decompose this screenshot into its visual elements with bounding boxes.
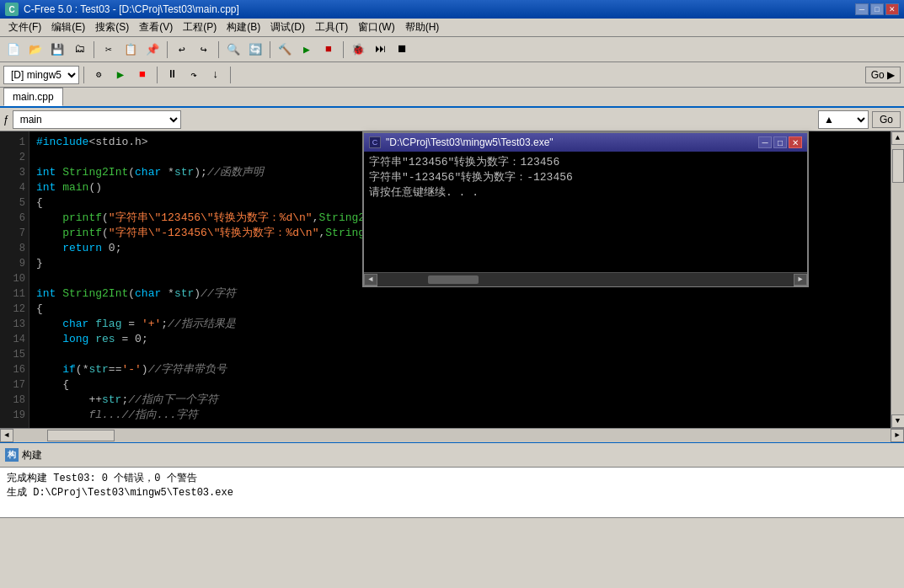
step-into-btn[interactable]: ↓	[206, 65, 226, 85]
open-button[interactable]: 📂	[25, 40, 45, 60]
function-select[interactable]: main	[13, 110, 181, 129]
step-over-btn[interactable]: ↷	[184, 65, 204, 85]
tab-main-cpp[interactable]: main.cpp	[3, 88, 63, 106]
compile-icon[interactable]: ⚙	[88, 65, 109, 85]
debug-start-button[interactable]: 🐞	[348, 40, 368, 60]
toolbar-separator-2	[167, 41, 168, 58]
console-controls: ─ □ ✕	[758, 136, 802, 148]
hscroll-thumb[interactable]	[47, 430, 115, 441]
stop-run-icon[interactable]: ■	[132, 65, 152, 85]
console-line-2: 字符串"-123456"转换为数字：-123456	[369, 170, 802, 185]
title-bar: C C-Free 5.0 : Test03 - [D:\CProj\Test03…	[0, 0, 904, 19]
find-button[interactable]: 🔍	[223, 40, 243, 60]
scroll-thumb[interactable]	[892, 149, 904, 183]
window-title: C-Free 5.0 : Test03 - [D:\CProj\Test03\m…	[24, 3, 855, 15]
run-toolbar: [D] mingw5 ⚙ ▶ ■ ⏸ ↷ ↓ Go ▶	[0, 62, 904, 88]
con-scroll-left[interactable]: ◄	[364, 274, 377, 286]
con-scroll-thumb[interactable]	[428, 275, 479, 284]
scope-select[interactable]: ▲	[818, 110, 869, 129]
go-button[interactable]: Go	[872, 111, 901, 128]
minimize-button[interactable]: ─	[855, 3, 869, 15]
tab-bar: main.cpp	[0, 88, 904, 108]
window-controls: ─ □ ✕	[855, 3, 899, 15]
output-line-2: 生成 D:\CProj\Test03\mingw5\Test03.exe	[7, 485, 897, 500]
func-bar: ƒ main ▲ Go	[0, 108, 904, 131]
menu-view[interactable]: 查看(V)	[134, 19, 178, 36]
toolbar-separator-4	[270, 41, 270, 58]
console-minimize[interactable]: ─	[758, 136, 772, 148]
save-button[interactable]: 💾	[47, 40, 67, 60]
menu-edit[interactable]: 编辑(E)	[46, 19, 90, 36]
run-button[interactable]: ▶	[297, 40, 317, 60]
toolbar-separator-1	[94, 41, 94, 58]
editor-vertical-scrollbar[interactable]: ▲ ▼	[891, 131, 904, 428]
build-icon: 构	[5, 448, 19, 462]
new-button[interactable]: 📄	[3, 40, 24, 60]
output-line-1: 完成构建 Test03: 0 个错误，0 个警告	[7, 471, 897, 485]
status-bar	[0, 517, 904, 534]
copy-button[interactable]: 📋	[120, 40, 141, 60]
cut-button[interactable]: ✂	[99, 40, 119, 60]
console-window: C "D:\CProj\Test03\mingw5\Test03.exe" ─ …	[362, 131, 809, 287]
editor-horizontal-scrollbar[interactable]: ◄ ►	[0, 428, 904, 441]
debug-step-button[interactable]: ⏭	[370, 40, 390, 60]
console-scrollbar[interactable]: ◄ ►	[364, 272, 807, 286]
menu-tools[interactable]: 工具(T)	[310, 19, 353, 36]
app-icon: C	[5, 3, 19, 16]
menu-build[interactable]: 构建(B)	[222, 19, 265, 36]
maximize-button[interactable]: □	[870, 3, 884, 15]
run-icon[interactable]: ▶	[110, 65, 131, 85]
run-sep-1	[83, 67, 84, 83]
scroll-up-button[interactable]: ▲	[891, 131, 905, 145]
run-sep-3	[230, 67, 231, 83]
toolbar-separator-5	[343, 41, 344, 58]
con-scroll-track[interactable]	[377, 273, 794, 286]
build-panel: 构 构建	[0, 441, 904, 467]
console-title: "D:\CProj\Test03\mingw5\Test03.exe"	[386, 136, 758, 148]
debug-btn[interactable]: ⏸	[162, 65, 182, 85]
menu-bar: 文件(F) 编辑(E) 搜索(S) 查看(V) 工程(P) 构建(B) 调试(D…	[0, 19, 904, 37]
console-content: 字符串"123456"转换为数字：123456 字符串"-123456"转换为数…	[364, 152, 807, 272]
toolbar-separator-3	[218, 41, 219, 58]
console-line-3: 请按任意键继续. . .	[369, 185, 802, 200]
output-panel: 完成构建 Test03: 0 个错误，0 个警告 生成 D:\CProj\Tes…	[0, 467, 904, 517]
close-button[interactable]: ✕	[885, 3, 899, 15]
replace-button[interactable]: 🔄	[245, 40, 265, 60]
scroll-down-button[interactable]: ▼	[891, 414, 905, 428]
console-close[interactable]: ✕	[789, 136, 802, 148]
func-bar-label: ƒ	[3, 114, 9, 126]
menu-debug[interactable]: 调试(D)	[265, 19, 310, 36]
compiler-select[interactable]: [D] mingw5	[3, 66, 79, 84]
main-toolbar: 📄 📂 💾 🗂 ✂ 📋 📌 ↩ ↪ 🔍 🔄 🔨 ▶ ■ 🐞 ⏭ ⏹	[0, 37, 904, 62]
menu-window[interactable]: 窗口(W)	[353, 19, 399, 36]
console-icon: C	[369, 136, 381, 148]
go-right-button[interactable]: Go ▶	[865, 67, 901, 83]
scroll-right-button[interactable]: ►	[891, 429, 904, 442]
console-titlebar: C "D:\CProj\Test03\mingw5\Test03.exe" ─ …	[364, 133, 807, 152]
paste-button[interactable]: 📌	[142, 40, 163, 60]
undo-button[interactable]: ↩	[172, 40, 192, 60]
hscroll-track[interactable]	[13, 429, 891, 442]
editor-main: 1 2 3 4 5 6 7 8 9 10 11 12 13 14 15 16 1…	[0, 131, 904, 441]
console-maximize[interactable]: □	[773, 136, 787, 148]
redo-button[interactable]: ↪	[194, 40, 214, 60]
build-button[interactable]: 🔨	[275, 40, 295, 60]
console-line-1: 字符串"123456"转换为数字：123456	[369, 155, 802, 170]
save-all-button[interactable]: 🗂	[69, 40, 89, 60]
menu-search[interactable]: 搜索(S)	[90, 19, 134, 36]
stop-button[interactable]: ■	[318, 40, 339, 60]
build-label: 构建	[22, 448, 42, 462]
line-numbers: 1 2 3 4 5 6 7 8 9 10 11 12 13 14 15 16 1…	[0, 131, 29, 428]
run-sep-2	[157, 67, 158, 83]
scroll-track[interactable]	[891, 145, 905, 414]
menu-help[interactable]: 帮助(H)	[400, 19, 445, 36]
debug-stop-button[interactable]: ⏹	[392, 40, 412, 60]
con-scroll-right[interactable]: ►	[794, 274, 807, 286]
menu-project[interactable]: 工程(P)	[178, 19, 222, 36]
scroll-left-button[interactable]: ◄	[0, 429, 13, 442]
menu-file[interactable]: 文件(F)	[3, 19, 46, 36]
